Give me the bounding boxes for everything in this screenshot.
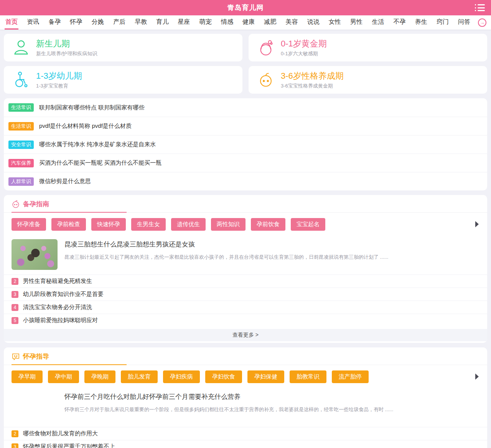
news-tag[interactable]: 安全常识 — [8, 141, 34, 149]
person-icon — [12, 39, 30, 56]
section-tag-button-7[interactable]: 孕前饮食 — [251, 218, 285, 231]
nav-item-21[interactable]: 窍门 — [436, 15, 450, 30]
nav-item-6[interactable]: 产后 — [112, 15, 126, 30]
section-tag-button-5[interactable]: 孕妇疾病 — [163, 370, 200, 383]
category-card-3[interactable]: 1-3岁幼儿期 1-3岁宝宝教育 — [4, 66, 242, 94]
category-card-4[interactable]: 3-6岁性格养成期 3-6宝宝性格养成黄金期 — [249, 66, 487, 94]
news-row-1[interactable]: 生活常识 联邦制国家有哪些特点 联邦制国家有哪些 — [4, 98, 487, 117]
featured-article-summary: 昆凌三胎计划最近又引起了网友的关注，杰伦一家都是比较喜欢小孩子的，并且在台湾省是… — [64, 254, 479, 261]
ranked-item-title[interactable]: 哪些食物对胎儿发育的作用大 — [23, 430, 98, 437]
nav-item-9[interactable]: 星座 — [177, 15, 191, 30]
nav-item-19[interactable]: 不孕 — [392, 15, 406, 30]
section-tag-button-6[interactable]: 两性知识 — [211, 218, 246, 231]
section-tag-button-5[interactable]: 遗传优生 — [171, 218, 206, 231]
nav-item-4[interactable]: 怀孕 — [69, 15, 83, 30]
nav-item-18[interactable]: 生活 — [371, 15, 385, 30]
category-subtitle: 3-6宝宝性格养成黄金期 — [281, 83, 344, 89]
section-tag-button-1[interactable]: 孕早期 — [12, 370, 43, 383]
news-title[interactable]: 哪些水属于纯净水 纯净水是矿泉水还是自来水 — [39, 141, 156, 148]
section-tag-button-7[interactable]: 孕妇保健 — [247, 370, 284, 383]
section-tag-button-8[interactable]: 宝宝起名 — [291, 218, 325, 231]
nav-item-2[interactable]: 资讯 — [26, 15, 40, 30]
nav-item-15[interactable]: 说说 — [306, 15, 320, 30]
nav-item-8[interactable]: 育儿 — [155, 15, 169, 30]
nav-item-16[interactable]: 女性 — [328, 15, 342, 30]
ranked-item-title[interactable]: 幼儿阶段教育知识作业不是首要 — [23, 291, 104, 298]
news-title[interactable]: 联邦制国家有哪些特点 联邦制国家有哪些 — [39, 104, 144, 111]
category-card-1[interactable]: 新生儿期 新生儿喂养/护理和疾病知识 — [4, 34, 242, 61]
featured-article-summary: 怀孕前三个月对于胎儿来说只最重要的一个阶段，但是很多妈妈们都往往不太注重于营养的… — [64, 406, 479, 413]
news-row-4[interactable]: 汽车保养 买酒为什么不能买一瓶呢 买酒为什么不能买一瓶 — [4, 154, 487, 172]
ranked-item-2[interactable]: 2 哪些食物对胎儿发育的作用大 — [4, 427, 487, 440]
nav-item-5[interactable]: 分娩 — [91, 15, 105, 30]
site-header: 青岛育儿网 — [0, 0, 491, 15]
section-header: 备孕指南 — [4, 195, 487, 213]
news-title[interactable]: 买酒为什么不能买一瓶呢 买酒为什么不能买一瓶 — [39, 159, 161, 167]
news-tag[interactable]: 人群常识 — [8, 177, 34, 186]
section-tag-button-4[interactable]: 生男生女 — [131, 218, 166, 231]
girl-face-icon — [257, 39, 275, 56]
news-tag[interactable]: 汽车保养 — [8, 159, 34, 167]
chevron-right-icon[interactable] — [475, 374, 479, 380]
featured-article[interactable]: 怀孕前三个月吃什么对胎儿好怀孕前三个月需要补充什么营养 怀孕前三个月对于胎儿来说… — [4, 388, 487, 427]
nav-item-13[interactable]: 减肥 — [263, 15, 277, 30]
nav-item-14[interactable]: 美容 — [285, 15, 298, 30]
nav-item-22[interactable]: 问答 — [457, 15, 471, 30]
featured-article-title[interactable]: 昆凌三胎想生什么昆凌三胎想生男孩还是女孩 — [64, 240, 479, 249]
rank-number-badge: 3 — [12, 291, 18, 298]
section-tag-button-2[interactable]: 孕中期 — [48, 370, 79, 383]
chevron-right-icon[interactable] — [475, 221, 479, 227]
section-tag-button-1[interactable]: 怀孕准备 — [12, 218, 46, 231]
nav-item-7[interactable]: 早教 — [134, 15, 148, 30]
section-tag-button-3[interactable]: 孕晚期 — [84, 370, 115, 383]
rank-number-badge: 3 — [12, 443, 18, 448]
section-tag-button-6[interactable]: 孕妇饮食 — [205, 370, 242, 383]
category-card-2[interactable]: 0-1岁黄金期 0-1岁六大敏感期 — [249, 34, 487, 61]
nav-more-button[interactable]: → — [478, 15, 486, 30]
hamburger-list-icon[interactable] — [475, 4, 485, 11]
section-tag-button-9[interactable]: 流产胎停 — [332, 370, 369, 383]
section-tag-button-2[interactable]: 孕前检查 — [51, 218, 86, 231]
ranked-item-title[interactable]: 小孩睡前爱拖拉妈咪聪明应对 — [23, 317, 98, 324]
featured-article[interactable]: 昆凌三胎想生什么昆凌三胎想生男孩还是女孩 昆凌三胎计划最近又引起了网友的关注，杰… — [4, 235, 487, 274]
ranked-item-2[interactable]: 2 男性生育秘籍避免死精发生 — [4, 274, 487, 288]
section-tag-button-8[interactable]: 胎教常识 — [290, 370, 326, 383]
nav-item-10[interactable]: 萌宠 — [199, 15, 213, 30]
section-title: 备孕指南 — [23, 200, 49, 208]
nav-item-12[interactable]: 健康 — [242, 15, 255, 30]
nav-item-17[interactable]: 男性 — [349, 15, 363, 30]
nav-item-20[interactable]: 养生 — [414, 15, 428, 30]
nav-item-3[interactable]: 备孕 — [48, 15, 61, 30]
nav-item-1[interactable]: 首页 — [5, 15, 18, 30]
news-tag[interactable]: 生活常识 — [8, 103, 34, 112]
rank-number-badge: 2 — [12, 278, 18, 285]
chat-bubble-icon — [12, 352, 20, 361]
news-row-2[interactable]: 生活常识 pvdf是什么材料简称 pvdf是什么材质 — [4, 117, 487, 135]
category-title: 3-6岁性格养成期 — [281, 71, 344, 81]
category-title: 0-1岁黄金期 — [281, 38, 327, 49]
news-row-5[interactable]: 人群常识 微信秒剪是什么意思 — [4, 172, 487, 190]
section-header: 怀孕指导 — [4, 347, 487, 365]
ranked-item-3[interactable]: 3 怀孕憋尿后果很严重千万别憋着不上 — [4, 440, 487, 448]
view-more-button[interactable]: 查看更多 > — [4, 329, 487, 341]
section-tag-row: 孕早期孕中期孕晚期胎儿发育孕妇疾病孕妇饮食孕妇保健胎教常识流产胎停 — [4, 365, 487, 388]
section-tag-button-4[interactable]: 胎儿发育 — [121, 370, 158, 383]
rank-number-badge: 5 — [12, 317, 18, 324]
ranked-item-title[interactable]: 男性生育秘籍避免死精发生 — [23, 278, 92, 285]
category-grid: 新生儿期 新生儿喂养/护理和疾病知识 0-1岁黄金期 0-1岁六大敏感期 1-3… — [4, 34, 487, 94]
news-row-3[interactable]: 安全常识 哪些水属于纯净水 纯净水是矿泉水还是自来水 — [4, 135, 487, 154]
section-tag-button-3[interactable]: 快速怀孕 — [91, 218, 126, 231]
ranked-item-title[interactable]: 怀孕憋尿后果很严重千万别憋着不上 — [23, 443, 115, 448]
featured-article-title[interactable]: 怀孕前三个月吃什么对胎儿好怀孕前三个月需要补充什么营养 — [64, 392, 479, 402]
ranked-item-5[interactable]: 5 小孩睡前爱拖拉妈咪聪明应对 — [4, 314, 487, 327]
category-subtitle: 1-3岁宝宝教育 — [36, 83, 82, 89]
category-subtitle: 新生儿喂养/护理和疾病知识 — [36, 50, 97, 57]
nav-item-11[interactable]: 情感 — [220, 15, 234, 30]
news-tag[interactable]: 生活常识 — [8, 122, 34, 131]
news-title[interactable]: 微信秒剪是什么意思 — [39, 178, 91, 185]
ranked-item-title[interactable]: 清洗宝宝衣物务必分开清洗 — [23, 304, 92, 311]
news-title[interactable]: pvdf是什么材料简称 pvdf是什么材质 — [39, 122, 132, 130]
ranked-item-3[interactable]: 3 幼儿阶段教育知识作业不是首要 — [4, 288, 487, 301]
ranked-item-4[interactable]: 4 清洗宝宝衣物务必分开清洗 — [4, 301, 487, 314]
section-2: 怀孕指导 孕早期孕中期孕晚期胎儿发育孕妇疾病孕妇饮食孕妇保健胎教常识流产胎停 怀… — [4, 347, 487, 448]
